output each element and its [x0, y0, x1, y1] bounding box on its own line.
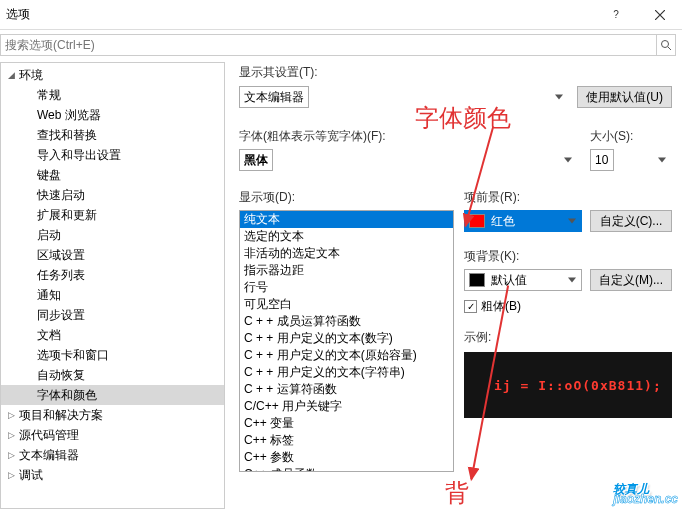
tree-item-label: 扩展和更新: [35, 207, 97, 224]
tree-panel: ◢环境常规Web 浏览器查找和替换导入和导出设置键盘快速启动扩展和更新启动区域设…: [0, 62, 225, 509]
tree-item-label: 字体和颜色: [35, 387, 97, 404]
tree-item-label: 导入和导出设置: [35, 147, 121, 164]
background-label: 项背景(K):: [464, 248, 672, 265]
settings-panel: 显示其设置(T): 文本编辑器 使用默认值(U) 字体(粗体表示等宽字体)(F)…: [225, 62, 682, 509]
tree-item-label: 文档: [35, 327, 61, 344]
tree-item[interactable]: 文档: [1, 325, 224, 345]
font-select[interactable]: 黑体: [239, 149, 273, 171]
tree-item[interactable]: 通知: [1, 285, 224, 305]
sample-text: ij = I::oO(0xB811);: [494, 378, 662, 393]
sample-label: 示例:: [464, 329, 672, 346]
help-button[interactable]: ?: [594, 0, 638, 30]
display-items-label: 显示项(D):: [239, 189, 454, 206]
tree-item-label: 键盘: [35, 167, 61, 184]
list-item[interactable]: C++ 参数: [240, 449, 453, 466]
tree-item[interactable]: 区域设置: [1, 245, 224, 265]
foreground-select[interactable]: 红色: [464, 210, 582, 232]
tree-item-label: 源代码管理: [17, 427, 79, 444]
list-item[interactable]: C + + 用户定义的文本(原始容量): [240, 347, 453, 364]
tree-item[interactable]: 扩展和更新: [1, 205, 224, 225]
foreground-color-chip: [469, 214, 485, 228]
tree-item[interactable]: 字体和颜色: [1, 385, 224, 405]
tree-item-label: 同步设置: [35, 307, 85, 324]
list-item[interactable]: C + + 成员运算符函数: [240, 313, 453, 330]
use-defaults-button[interactable]: 使用默认值(U): [577, 86, 672, 108]
window-buttons: ?: [594, 0, 682, 30]
tree-item-label: 查找和替换: [35, 127, 97, 144]
search-icon: [660, 39, 672, 51]
tree-item-label: 常规: [35, 87, 61, 104]
tree-item[interactable]: 常规: [1, 85, 224, 105]
svg-line-1: [668, 47, 671, 50]
background-value: 默认值: [491, 272, 527, 289]
display-items-list[interactable]: 纯文本选定的文本非活动的选定文本指示器边距行号可见空白C + + 成员运算符函数…: [239, 210, 454, 472]
list-item[interactable]: 可见空白: [240, 296, 453, 313]
tree-item[interactable]: Web 浏览器: [1, 105, 224, 125]
tree-item[interactable]: 自动恢复: [1, 365, 224, 385]
tree-item-label: 项目和解决方案: [17, 407, 103, 424]
tree-item-label: Web 浏览器: [35, 107, 101, 124]
tree-item-label: 环境: [17, 67, 43, 84]
tree-item[interactable]: 同步设置: [1, 305, 224, 325]
tree-item-label: 快速启动: [35, 187, 85, 204]
list-item[interactable]: C + + 运算符函数: [240, 381, 453, 398]
tree-item[interactable]: ▷文本编辑器: [1, 445, 224, 465]
foreground-label: 项前景(R):: [464, 189, 672, 206]
bold-checkbox-row[interactable]: ✓ 粗体(B): [464, 298, 672, 315]
body: ◢环境常规Web 浏览器查找和替换导入和导出设置键盘快速启动扩展和更新启动区域设…: [0, 62, 682, 509]
tree-item[interactable]: ◢环境: [1, 65, 224, 85]
close-icon: [655, 10, 665, 20]
custom-background-button[interactable]: 自定义(M)...: [590, 269, 672, 291]
annotation-bg-color: 背: [445, 477, 469, 509]
show-settings-select[interactable]: 文本编辑器: [239, 86, 309, 108]
list-item[interactable]: 纯文本: [240, 211, 453, 228]
tree-item[interactable]: 快速启动: [1, 185, 224, 205]
background-color-chip: [469, 273, 485, 287]
tree-item[interactable]: 任务列表: [1, 265, 224, 285]
tree-item[interactable]: 查找和替换: [1, 125, 224, 145]
window-title: 选项: [6, 6, 30, 23]
tree-item-label: 选项卡和窗口: [35, 347, 109, 364]
list-item[interactable]: C + + 用户定义的文本(数字): [240, 330, 453, 347]
list-item[interactable]: 行号: [240, 279, 453, 296]
list-item[interactable]: 指示器边距: [240, 262, 453, 279]
tree-item[interactable]: ▷调试: [1, 465, 224, 485]
tree-item[interactable]: 键盘: [1, 165, 224, 185]
show-settings-label: 显示其设置(T):: [239, 64, 672, 81]
tree-item-label: 通知: [35, 287, 61, 304]
chevron-right-icon[interactable]: ▷: [5, 450, 17, 460]
list-item[interactable]: C++ 成员函数: [240, 466, 453, 472]
list-item[interactable]: 选定的文本: [240, 228, 453, 245]
tree-item[interactable]: 导入和导出设置: [1, 145, 224, 165]
titlebar: 选项 ?: [0, 0, 682, 30]
font-label: 字体(粗体表示等宽字体)(F):: [239, 128, 578, 145]
background-select[interactable]: 默认值: [464, 269, 582, 291]
chevron-right-icon[interactable]: ▷: [5, 410, 17, 420]
list-item[interactable]: 非活动的选定文本: [240, 245, 453, 262]
list-item[interactable]: C/C++ 用户关键字: [240, 398, 453, 415]
list-item[interactable]: C + + 用户定义的文本(字符串): [240, 364, 453, 381]
tree-item[interactable]: 启动: [1, 225, 224, 245]
size-select[interactable]: 10: [590, 149, 614, 171]
list-item[interactable]: C++ 变量: [240, 415, 453, 432]
options-tree[interactable]: ◢环境常规Web 浏览器查找和替换导入和导出设置键盘快速启动扩展和更新启动区域设…: [1, 63, 224, 508]
search-button[interactable]: [656, 34, 676, 56]
chevron-right-icon[interactable]: ▷: [5, 470, 17, 480]
tree-item-label: 自动恢复: [35, 367, 85, 384]
chevron-right-icon[interactable]: ▷: [5, 430, 17, 440]
tree-item-label: 启动: [35, 227, 61, 244]
close-button[interactable]: [638, 0, 682, 30]
custom-foreground-button[interactable]: 自定义(C)...: [590, 210, 672, 232]
bold-label: 粗体(B): [481, 298, 521, 315]
list-item[interactable]: C++ 标签: [240, 432, 453, 449]
tree-item[interactable]: ▷源代码管理: [1, 425, 224, 445]
chevron-down-icon[interactable]: ◢: [5, 70, 17, 80]
tree-item-label: 区域设置: [35, 247, 85, 264]
search-row: [0, 30, 682, 62]
bold-checkbox[interactable]: ✓: [464, 300, 477, 313]
tree-item[interactable]: 选项卡和窗口: [1, 345, 224, 365]
foreground-value: 红色: [491, 213, 515, 230]
tree-item[interactable]: ▷项目和解决方案: [1, 405, 224, 425]
search-input[interactable]: [0, 34, 657, 56]
tree-item-label: 文本编辑器: [17, 447, 79, 464]
